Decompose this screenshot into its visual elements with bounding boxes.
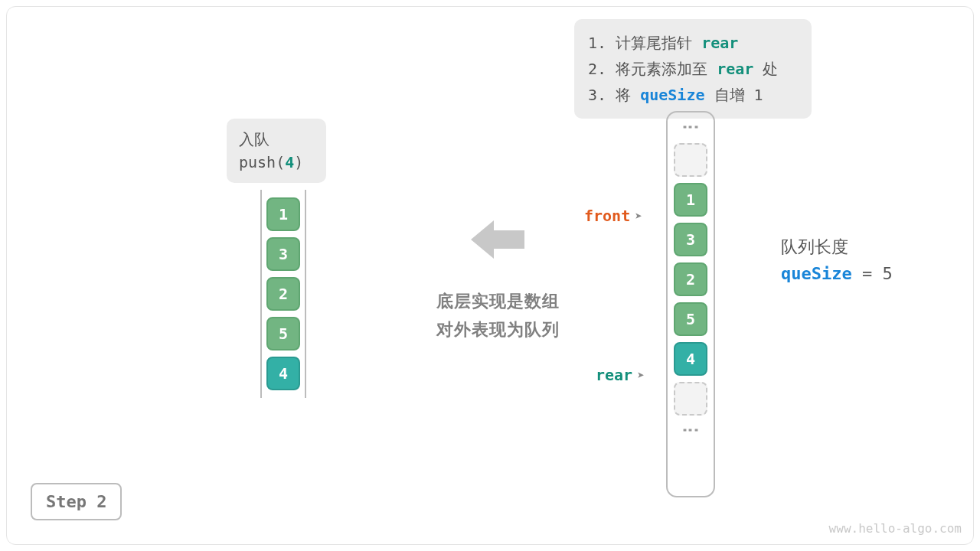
svg-marker-0	[471, 220, 524, 259]
queue-cell: 5	[266, 317, 300, 350]
enqueue-call-post: )	[294, 153, 303, 171]
array-cell: 3	[674, 223, 707, 256]
caption-text: 底层实现是数组 对外表现为队列	[406, 287, 590, 344]
step-3-pre: 3. 将	[588, 86, 640, 104]
caption-line-2: 对外表现为队列	[406, 315, 590, 344]
step-1-pre: 1. 计算尾指针	[588, 34, 701, 52]
queue-visualization: 13254	[260, 190, 306, 398]
step-2-pre: 2. 将元素添加至	[588, 60, 717, 78]
array-empty-slot	[674, 143, 707, 177]
step-badge: Step 2	[31, 483, 122, 520]
caption-line-1: 底层实现是数组	[406, 287, 590, 315]
queue-cell: 4	[266, 357, 300, 390]
enqueue-arg: 4	[285, 153, 294, 171]
enqueue-title: 入队	[239, 128, 314, 151]
vertical-ellipsis-icon: ⋮	[682, 119, 699, 137]
step-3-text: 3. 将 queSize 自增 1	[588, 82, 798, 108]
watermark: www.hello-algo.com	[829, 521, 962, 536]
array-cell: 2	[674, 262, 707, 296]
array-cell: 1	[674, 183, 707, 217]
array-empty-slot	[674, 382, 707, 416]
array-cell: 4	[674, 342, 707, 376]
rear-pointer-label: rear ➤	[596, 366, 645, 384]
vertical-ellipsis-icon: ⋮	[682, 422, 699, 440]
algorithm-steps-box: 1. 计算尾指针 rear 2. 将元素添加至 rear 处 3. 将 queS…	[574, 19, 812, 119]
left-arrow-icon	[471, 217, 524, 262]
queue-size-label: 队列长度 queSize = 5	[781, 233, 893, 287]
step-1-text: 1. 计算尾指针 rear	[588, 30, 798, 56]
queue-size-title: 队列长度	[781, 233, 893, 260]
equals-sign: =	[852, 264, 883, 283]
quesize-keyword: queSize	[640, 86, 704, 104]
pointer-arrow-icon: ➤	[637, 368, 645, 383]
pointer-arrow-icon: ➤	[635, 209, 642, 223]
queue-size-expr: queSize = 5	[781, 260, 893, 287]
array-cell: 5	[674, 302, 707, 336]
rear-label-text: rear	[596, 366, 632, 384]
queue-size-value: 5	[882, 264, 892, 283]
rear-keyword: rear	[717, 60, 753, 78]
quesize-keyword: queSize	[781, 264, 852, 283]
queue-cell: 2	[266, 277, 300, 311]
step-2-text: 2. 将元素添加至 rear 处	[588, 56, 798, 82]
enqueue-call: push(4)	[239, 151, 314, 174]
front-pointer-label: front ➤	[584, 207, 642, 225]
front-label-text: front	[584, 207, 630, 225]
array-visualization: ⋮13254⋮	[666, 111, 715, 497]
step-3-post: 自增 1	[704, 86, 763, 104]
queue-cell: 1	[266, 197, 300, 231]
enqueue-call-pre: push(	[239, 153, 285, 171]
enqueue-label-box: 入队 push(4)	[227, 119, 326, 183]
queue-cell: 3	[266, 237, 300, 271]
step-2-post: 处	[753, 60, 778, 78]
rear-keyword: rear	[701, 34, 738, 52]
